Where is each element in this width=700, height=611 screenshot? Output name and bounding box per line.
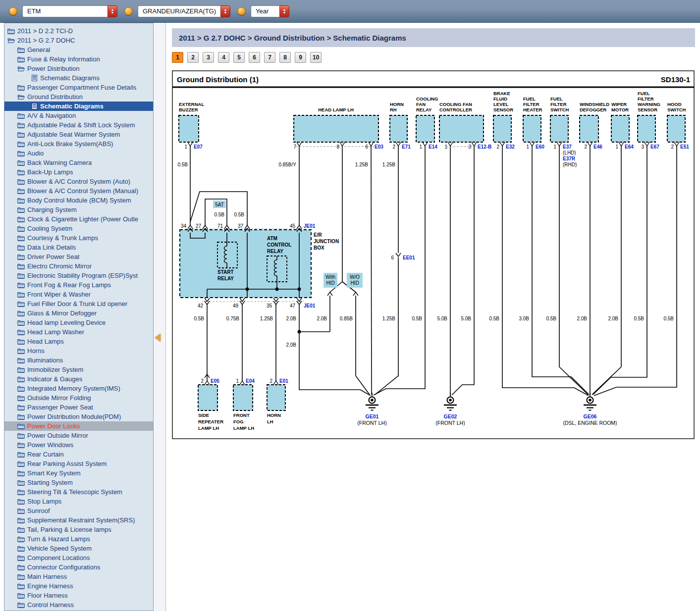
sidebar-item[interactable]: Rear Curtain <box>4 450 153 459</box>
svg-text:35: 35 <box>267 303 272 308</box>
sidebar-item[interactable]: Glass & Mirror Defogger <box>4 308 153 318</box>
sidebar-item-label: Body Control Module (BCM) System <box>27 197 131 204</box>
sidebar-item[interactable]: Driver Power Seat <box>4 252 153 261</box>
sidebar-item[interactable]: Sunroof <box>4 506 153 515</box>
sidebar-item[interactable]: Fuel Filler Door & Trunk Lid opener <box>4 299 153 308</box>
sidebar-item[interactable]: Power Distribution Module(PDM) <box>4 412 153 421</box>
manual-type-dropdown[interactable]: ETM ▲▼ <box>22 5 117 17</box>
sidebar-item[interactable]: Adjustable Pedal & Shift Lock System <box>4 120 153 130</box>
collapse-sidebar-icon[interactable] <box>155 334 161 342</box>
sidebar-item[interactable]: Connector Configurations <box>4 562 153 572</box>
dropdown-stepper-icon[interactable]: ▲▼ <box>220 5 230 17</box>
sidebar-item[interactable]: Component Locations <box>4 553 153 562</box>
sidebar-item[interactable]: Horns <box>4 346 153 356</box>
sidebar-item[interactable]: Power Distribution <box>4 64 153 73</box>
page-tab-2[interactable]: 2 <box>187 52 199 63</box>
sidebar-tree: 2011 > D 2.2 TCI-D2011 > G 2.7 DOHCGener… <box>4 23 154 611</box>
page-tab-4[interactable]: 4 <box>218 52 229 63</box>
sidebar-item[interactable]: Steering Tilt & Telescopic System <box>4 487 153 497</box>
page-tab-9[interactable]: 9 <box>295 52 306 63</box>
sidebar-item[interactable]: Data Link Details <box>4 243 153 252</box>
sidebar-item[interactable]: Starting System <box>4 478 153 487</box>
folder-closed-icon <box>17 414 25 420</box>
sidebar-item[interactable]: Turn & Hazard Lamps <box>4 534 153 544</box>
sidebar-item[interactable]: Back Warning Camera <box>4 158 153 167</box>
doc-icon <box>31 75 38 81</box>
sidebar-item[interactable]: Electro Chromic Mirror <box>4 261 153 271</box>
toolbar-orange-button[interactable] <box>9 7 17 15</box>
svg-text:HORN: HORN <box>390 102 404 107</box>
sidebar-item[interactable]: Courtesy & Trunk Lamps <box>4 233 153 243</box>
sidebar-item-label: Steering Tilt & Telescopic System <box>27 488 122 496</box>
page-tab-8[interactable]: 8 <box>279 52 291 63</box>
sidebar-item[interactable]: Electronic Stability Program (ESP)Syst <box>4 271 153 280</box>
sidebar-item[interactable]: Audio <box>4 149 153 158</box>
sidebar-item[interactable]: Power Windows <box>4 440 153 450</box>
svg-text:(LHD): (LHD) <box>563 150 576 155</box>
sidebar-item[interactable]: Blower & A/C Control System (Manual) <box>4 186 153 196</box>
sidebar-item[interactable]: Passenger Power Seat <box>4 403 153 412</box>
sidebar-item[interactable]: Vehicle Speed System <box>4 544 153 553</box>
page-tab-5[interactable]: 5 <box>233 52 245 63</box>
sidebar-item[interactable]: Tail, Parking & License lamps <box>4 525 153 534</box>
sidebar-item[interactable]: A/V & Navigation <box>4 111 153 120</box>
sidebar-item[interactable]: Head Lamp Washer <box>4 327 153 337</box>
page-tab-10[interactable]: 10 <box>310 52 322 63</box>
sidebar-item[interactable]: General <box>4 45 153 54</box>
sidebar-item[interactable]: Adjustable Seat Warmer System <box>4 130 153 139</box>
vehicle-dropdown[interactable]: GRANDEUR/AZERA(TG) ▲▼ <box>138 5 230 17</box>
svg-text:SD130-1: SD130-1 <box>661 75 690 84</box>
sidebar-item[interactable]: Head lamp Leveling Device <box>4 318 153 327</box>
sidebar-item[interactable]: Schematic Diagrams <box>4 73 153 83</box>
sidebar-item[interactable]: Indicator & Gauges <box>4 374 153 384</box>
sidebar-item[interactable]: Charging System <box>4 205 153 214</box>
sidebar-item[interactable]: Back-Up Lamps <box>4 167 153 177</box>
sidebar-item[interactable]: Passenger Compartment Fuse Details <box>4 83 153 92</box>
page-tab-7[interactable]: 7 <box>264 52 275 63</box>
toolbar-orange-button-2[interactable] <box>124 7 133 15</box>
page-tab-3[interactable]: 3 <box>203 52 214 63</box>
sidebar-item[interactable]: Front Fog & Rear Fog Lamps <box>4 280 153 290</box>
toolbar-orange-button-3[interactable] <box>237 7 246 15</box>
page-tab-1[interactable]: 1 <box>172 52 183 63</box>
sidebar-item[interactable]: Illuminations <box>4 356 153 365</box>
sidebar-item[interactable]: Floor Harness <box>4 591 153 600</box>
dropdown-stepper-icon[interactable]: ▲▼ <box>108 5 117 17</box>
year-dropdown[interactable]: Year ▲▼ <box>251 5 289 17</box>
sidebar-splitter[interactable] <box>154 23 166 611</box>
sidebar-item[interactable]: Outside Mirror Folding <box>4 393 153 403</box>
sidebar-item-label: Passenger Power Seat <box>27 404 93 411</box>
sidebar-item[interactable]: Immobilizer System <box>4 365 153 374</box>
sidebar-item[interactable]: Blower & A/C Control System (Auto) <box>4 177 153 186</box>
sidebar-item[interactable]: Front Wiper & Washer <box>4 290 153 299</box>
sidebar-item[interactable]: Smart Key System <box>4 468 153 478</box>
sidebar-item[interactable]: Control Harness <box>4 600 153 610</box>
sidebar-item[interactable]: Ground Distribution <box>4 92 153 102</box>
sidebar-item[interactable]: Cooling Sysetm <box>4 224 153 233</box>
manual-type-value: ETM <box>22 5 108 17</box>
sidebar-item[interactable]: 2011 > D 2.2 TCI-D <box>4 26 153 36</box>
sidebar-item[interactable]: Power Door Locks <box>4 421 153 431</box>
sidebar-item[interactable]: Rear Parking Assist System <box>4 459 153 468</box>
folder-open-icon <box>7 38 15 44</box>
vehicle-value: GRANDEUR/AZERA(TG) <box>138 5 220 17</box>
sidebar-item[interactable]: Power Outside Mirror <box>4 431 153 440</box>
sidebar-item[interactable]: Schematic Diagrams <box>4 102 153 111</box>
sidebar-item[interactable]: Stop Lamps <box>4 497 153 506</box>
sidebar-item[interactable]: Supplemental Restraint System(SRS) <box>4 515 153 525</box>
sidebar-item[interactable]: Main Harness <box>4 572 153 581</box>
sidebar-item[interactable]: Integrated Memory System(IMS) <box>4 384 153 393</box>
sidebar-item[interactable]: 2011 > G 2.7 DOHC <box>4 36 153 45</box>
folder-closed-icon <box>17 452 25 458</box>
sidebar-item[interactable]: Clock & Cigarette Lighter (Power Outle <box>4 214 153 224</box>
sidebar-item[interactable]: Anti-Lock Brake System(ABS) <box>4 139 153 149</box>
page-tab-6[interactable]: 6 <box>249 52 260 63</box>
sidebar-item[interactable]: Body Control Module (BCM) System <box>4 196 153 205</box>
dropdown-stepper-icon[interactable]: ▲▼ <box>279 5 289 17</box>
sidebar-item[interactable]: Fuse & Relay Information <box>4 54 153 64</box>
sidebar-item-label: Smart Key System <box>27 469 81 477</box>
sidebar-item[interactable]: Head Lamps <box>4 337 153 346</box>
sidebar-item[interactable]: Engine Harness <box>4 581 153 591</box>
svg-text:2: 2 <box>671 144 674 150</box>
svg-text:45: 45 <box>290 223 296 229</box>
